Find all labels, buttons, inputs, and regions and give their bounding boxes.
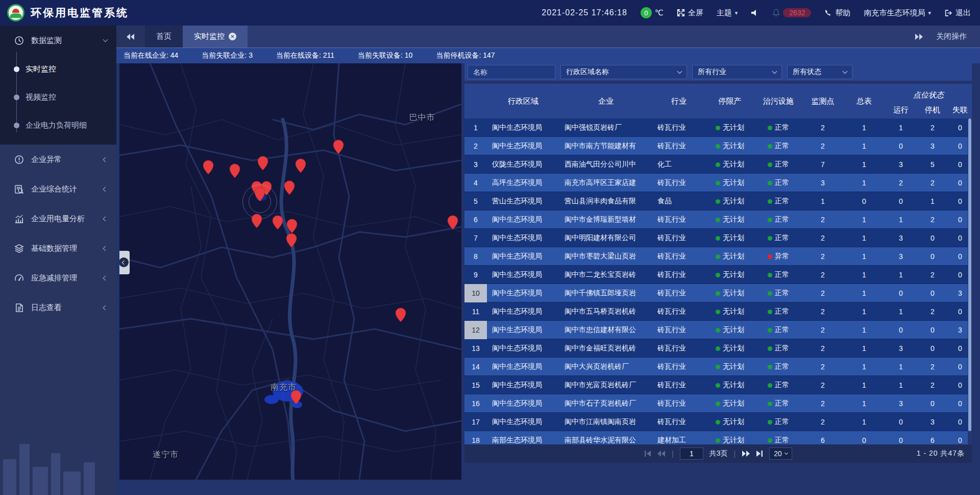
tab-label: 实时监控 [194, 32, 225, 41]
cell-region: 阆中生态环境局 [487, 362, 559, 371]
cell-meters: 1 [843, 252, 885, 261]
map-pin-icon[interactable] [254, 187, 265, 202]
pagination-bar: | 共3页 | 20 [464, 444, 972, 463]
map-pin-icon[interactable] [284, 180, 295, 195]
map-pin-icon[interactable] [447, 215, 458, 230]
sidebar-item-企业用电量分析[interactable]: 企业用电量分析 [0, 204, 116, 233]
region-select-value: 行政区域名称 [566, 67, 609, 77]
row-index: 13 [464, 339, 487, 358]
table-row[interactable]: 18南部生态环境局南部县砖华水泥有限公建材加工无计划正常60060 [464, 431, 972, 444]
tab-bar: 首页 实时监控 ✕ 关闭操作 [116, 26, 980, 48]
help-button[interactable]: 帮助 [824, 8, 850, 18]
table-row[interactable]: 8阆中生态环境局阆中市枣碧大梁山页岩砖瓦行业无计划异常21300 [464, 247, 972, 266]
logout-button[interactable]: 退出 [944, 8, 971, 18]
volume-button[interactable] [751, 9, 759, 17]
cell-limit-status: 无计划 [705, 123, 754, 132]
table-row[interactable]: 1阆中生态环境局阆中强锐页岩砖厂砖瓦行业无计划正常21120 [464, 119, 972, 137]
record-range-label: 1 - 20 共47条 [917, 449, 965, 458]
map-pin-icon[interactable] [251, 214, 262, 228]
table-row[interactable]: 7阆中生态环境局阆中明阳建材有限公司砖瓦行业无计划正常21300 [464, 229, 972, 247]
theme-label: 主题 [717, 8, 732, 18]
map-pin-icon[interactable] [257, 156, 268, 171]
cell-industry: 砖瓦行业 [652, 215, 705, 224]
chevron-left-icon [103, 216, 108, 221]
table-row[interactable]: 3仪陇生态环境局西南油气田分公司川中化工无计划正常71350 [464, 155, 972, 174]
row-index: 4 [464, 174, 487, 192]
table-row[interactable]: 4高坪生态环境局南充市高坪区王家店建砖瓦行业无计划正常31220 [464, 174, 972, 192]
table-row[interactable]: 12阆中生态环境局阆中市忠信建材有限公砖瓦行业无计划正常21003 [464, 321, 972, 339]
sidebar-submenu: 实时监控视频监控企业电力负荷明细 [0, 55, 116, 139]
cell-meters: 0 [843, 197, 885, 205]
map-pin-icon[interactable] [203, 160, 214, 175]
table-body: 1阆中生态环境局阆中强锐页岩砖厂砖瓦行业无计划正常211202阆中生态环境局阆中… [464, 119, 972, 444]
map-pin-icon[interactable] [295, 158, 306, 173]
industry-select-value: 所有行业 [698, 67, 726, 77]
map-pin-icon[interactable] [290, 390, 302, 405]
cell-industry: 砖瓦行业 [652, 233, 705, 243]
cell-stop: 3 [917, 142, 948, 150]
map-pin-icon[interactable] [286, 219, 298, 233]
tabs-scroll-left-button[interactable] [116, 26, 145, 48]
theme-menu[interactable]: 主题 ▾ [717, 8, 738, 18]
table-row[interactable]: 16阆中生态环境局阆中市石子页岩机砖厂砖瓦行业无计划正常21300 [464, 394, 972, 413]
map-pin-icon[interactable] [286, 233, 297, 248]
cell-run: 3 [885, 344, 917, 352]
status-dot-icon [716, 383, 720, 388]
cell-industry: 化工 [652, 160, 705, 169]
table-row[interactable]: 9阆中生态环境局阆中市二龙长宝页岩砖砖瓦行业无计划正常21120 [464, 266, 972, 284]
status-dot-icon [716, 310, 720, 314]
chevron-left-icon [103, 275, 108, 280]
row-index: 10 [464, 284, 487, 302]
stat-item: 当前在线设备: 211 [276, 51, 334, 60]
sidebar-item-基础数据管理[interactable]: 基础数据管理 [0, 233, 116, 263]
notification-area[interactable]: 2632 [772, 8, 811, 17]
table-row[interactable]: 6阆中生态环境局阆中市金博瑞新型墙材砖瓦行业无计划正常21120 [464, 210, 972, 229]
status-dot-icon [716, 365, 720, 369]
next-page-button[interactable] [742, 451, 750, 457]
first-page-button[interactable] [644, 451, 651, 457]
map-pin-icon[interactable] [395, 308, 406, 322]
sidebar-item-企业异常[interactable]: 企业异常 [0, 145, 116, 174]
map-pin-icon[interactable] [272, 215, 283, 230]
tab-home[interactable]: 首页 [145, 26, 183, 48]
cell-company: 阆中市二龙长宝页岩砖 [559, 270, 652, 279]
sidebar-item-应急减排管理[interactable]: 应急减排管理 [0, 263, 116, 293]
tab-realtime-monitor[interactable]: 实时监控 ✕ [183, 26, 248, 48]
table-row[interactable]: 5营山生态环境局营山县润丰肉食品有限食品无计划正常10010 [464, 192, 972, 210]
table-row[interactable]: 13阆中生态环境局阆中市金福旺页岩机砖砖瓦行业无计划正常21300 [464, 339, 972, 358]
status-text: 正常 [775, 160, 789, 169]
tab-close-icon[interactable]: ✕ [229, 33, 236, 40]
sidebar-subitem-实时监控[interactable]: 实时监控 [0, 55, 116, 83]
page-size-select[interactable]: 20 [769, 447, 792, 460]
last-page-button[interactable] [756, 451, 763, 457]
sidebar-item-数据监测[interactable]: 数据监测 [0, 26, 116, 55]
status-dot-icon [716, 346, 720, 351]
table-row[interactable]: 17阆中生态环境局阆中市江南镇阆南页岩砖瓦行业无计划正常21030 [464, 413, 972, 431]
map-pin-icon[interactable] [229, 163, 240, 178]
org-menu[interactable]: 南充市生态环境局 ▾ [864, 8, 931, 18]
sidebar-item-企业综合统计[interactable]: 企业综合统计 [0, 174, 116, 204]
table-row[interactable]: 15阆中生态环境局阆中市光富页岩机砖厂砖瓦行业无计划正常21120 [464, 376, 972, 394]
region-select[interactable]: 行政区域名称 [560, 65, 687, 79]
table-row[interactable]: 11阆中生态环境局阆中市五马桥页岩机砖砖瓦行业无计划正常21120 [464, 302, 972, 321]
table-row[interactable]: 10阆中生态环境局阆中千佛镇五郎垭页岩砖瓦行业无计划正常21003 [464, 284, 972, 302]
status-select[interactable]: 所有状态 [787, 65, 852, 79]
double-chevron-right-icon[interactable] [915, 34, 923, 40]
sidebar-subitem-企业电力负荷明细[interactable]: 企业电力负荷明细 [0, 111, 116, 139]
table-scrollbar[interactable] [968, 119, 972, 444]
prev-page-button[interactable] [657, 451, 666, 457]
industry-select[interactable]: 所有行业 [692, 65, 782, 79]
cell-points: 6 [802, 436, 843, 444]
fullscreen-button[interactable]: 全屏 [677, 8, 703, 18]
map[interactable]: 巴中市南充市遂宁市 [119, 63, 461, 480]
map-collapse-handle[interactable] [119, 251, 130, 274]
sidebar-item-日志查看[interactable]: 日志查看 [0, 293, 116, 322]
page-number-input[interactable] [680, 447, 703, 460]
sidebar-subitem-视频监控[interactable]: 视频监控 [0, 83, 116, 111]
table-row[interactable]: 2阆中生态环境局阆中市南方节能建材有砖瓦行业无计划正常21030 [464, 137, 972, 155]
cell-run: 3 [885, 399, 917, 408]
close-operations-button[interactable]: 关闭操作 [936, 32, 967, 41]
map-pin-icon[interactable] [333, 139, 344, 154]
table-row[interactable]: 14阆中生态环境局阆中大兴页岩机砖厂砖瓦行业无计划正常21120 [464, 358, 972, 376]
name-search-input[interactable] [468, 65, 555, 79]
